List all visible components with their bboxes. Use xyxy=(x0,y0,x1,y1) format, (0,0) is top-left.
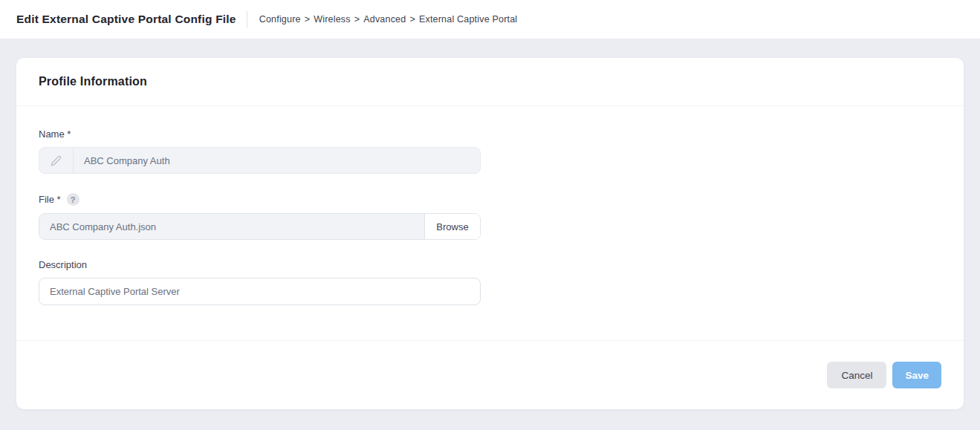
file-field: File * ? ABC Company Auth.json Browse xyxy=(39,193,481,240)
breadcrumb-separator: > xyxy=(305,14,311,25)
name-input[interactable] xyxy=(74,148,480,173)
breadcrumb-item[interactable]: Configure xyxy=(259,14,301,25)
card-footer: Cancel Save xyxy=(16,340,964,409)
breadcrumb-item[interactable]: Advanced xyxy=(363,14,406,25)
cancel-button[interactable]: Cancel xyxy=(827,362,886,388)
breadcrumb-item[interactable]: Wireless xyxy=(314,14,351,25)
breadcrumb[interactable]: Configure>Wireless>Advanced>External Cap… xyxy=(259,14,518,25)
topbar: Edit External Captive Portal Config File… xyxy=(0,0,980,39)
file-label: File * ? xyxy=(39,193,481,206)
breadcrumb-separator: > xyxy=(354,14,360,25)
description-label: Description xyxy=(39,259,481,270)
description-input[interactable] xyxy=(39,278,481,305)
card-title: Profile Information xyxy=(39,75,941,88)
help-icon[interactable]: ? xyxy=(67,193,79,206)
browse-button[interactable]: Browse xyxy=(424,214,480,239)
breadcrumb-item[interactable]: External Captive Portal xyxy=(419,14,517,25)
card-header: Profile Information xyxy=(16,58,964,106)
name-label: Name * xyxy=(39,128,481,140)
file-name-value: ABC Company Auth.json xyxy=(39,214,424,239)
pencil-icon xyxy=(39,148,74,173)
description-field: Description xyxy=(39,259,481,305)
file-input[interactable]: ABC Company Auth.json Browse xyxy=(39,213,481,240)
file-label-text: File * xyxy=(39,194,61,205)
topbar-divider xyxy=(247,11,247,27)
name-input-group xyxy=(39,147,481,174)
profile-information-card: Profile Information Name * File * ? ABC xyxy=(16,58,964,409)
page-title: Edit External Captive Portal Config File xyxy=(16,13,236,26)
save-button[interactable]: Save xyxy=(892,362,941,388)
name-field: Name * xyxy=(39,128,481,174)
card-body: Name * File * ? ABC Company Auth.json Br… xyxy=(16,106,964,340)
breadcrumb-separator: > xyxy=(409,14,415,25)
